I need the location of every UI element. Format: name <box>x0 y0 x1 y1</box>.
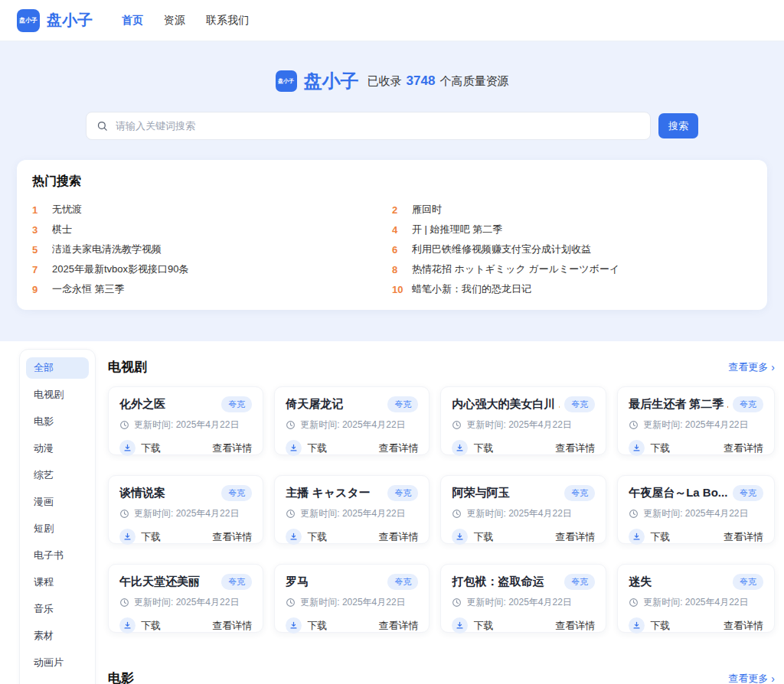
card-update-time: 更新时间: 2025年4月22日 <box>300 596 405 609</box>
clock-icon <box>452 420 462 430</box>
view-detail-link[interactable]: 查看详情 <box>378 441 418 455</box>
download-icon <box>452 529 468 545</box>
view-more-label: 查看更多 <box>728 672 768 684</box>
hot-search-item[interactable]: 8 热情花招 ホットギミック ガールミーツボーイ <box>392 259 752 279</box>
sidebar-item-素材[interactable]: 素材 <box>26 625 89 647</box>
hot-search-item[interactable]: 6 利用巴铁维修视频赚支付宝分成计划收益 <box>392 239 752 259</box>
sidebar-item-综艺[interactable]: 综艺 <box>26 464 89 486</box>
sidebar-item-电子书[interactable]: 电子书 <box>26 545 89 566</box>
download-button[interactable]: 下载 <box>629 529 670 545</box>
download-label: 下载 <box>141 441 161 455</box>
hot-search-item[interactable]: 2 雁回时 <box>392 200 752 220</box>
clock-icon <box>629 420 639 430</box>
view-detail-link[interactable]: 查看详情 <box>212 530 252 544</box>
resource-card[interactable]: 内心强大的美女白川 ... 夸克 更新时间: 2025年4月22日 <box>440 386 606 455</box>
download-button[interactable]: 下载 <box>119 529 161 545</box>
card-update-row: 更新时间: 2025年4月22日 <box>452 507 595 520</box>
view-more-link[interactable]: 查看更多 › <box>728 360 775 374</box>
download-button[interactable]: 下载 <box>629 617 670 634</box>
view-detail-link[interactable]: 查看详情 <box>378 619 418 633</box>
resource-card[interactable]: 最后生还者 第二季 ... 夸克 更新时间: 2025年4月22日 <box>617 386 775 455</box>
download-button[interactable]: 下载 <box>452 440 493 456</box>
hot-search-column-right: 2 雁回时 4 开 | 始推理吧 第二季 6 利用巴铁维修视频赚支付宝分成计划收… <box>392 200 752 299</box>
stats-prefix: 已收录 <box>368 74 402 89</box>
nav-item[interactable]: 资源 <box>164 14 185 28</box>
download-button[interactable]: 下载 <box>452 617 493 634</box>
sidebar-item-电视剧[interactable]: 电视剧 <box>26 384 89 406</box>
resource-card[interactable]: 主播 キャスター 夸克 更新时间: 2025年4月22日 <box>274 475 430 544</box>
hot-search-rank: 5 <box>32 244 52 256</box>
download-label: 下载 <box>473 619 493 633</box>
card-update-row: 更新时间: 2025年4月22日 <box>286 419 418 432</box>
resource-card[interactable]: 谈情说案 夸克 更新时间: 2025年4月22日 <box>108 475 263 544</box>
view-detail-link[interactable]: 查看详情 <box>555 441 595 455</box>
card-actions-row: 下载 查看详情 <box>452 529 595 545</box>
nav-item[interactable]: 首页 <box>122 14 143 28</box>
card-update-row: 更新时间: 2025年4月22日 <box>629 507 763 520</box>
card-title: 迷失 <box>629 575 728 589</box>
hot-search-column-left: 1 无忧渡 3 棋士 5 洁道夫家电清洗教学视频 7 2025年最新tvbox影… <box>32 200 392 299</box>
download-label: 下载 <box>650 530 670 544</box>
search-button[interactable]: 搜索 <box>658 113 698 138</box>
sidebar-item-短剧[interactable]: 短剧 <box>26 518 89 539</box>
resource-card[interactable]: 午比天堂还美丽 夸克 更新时间: 2025年4月22日 <box>108 564 263 633</box>
sidebar-item-软件[interactable]: 软件 <box>26 679 89 684</box>
card-update-time: 更新时间: 2025年4月22日 <box>466 507 571 520</box>
clock-icon <box>452 509 462 519</box>
hot-search-item[interactable]: 1 无忧渡 <box>32 200 392 220</box>
view-detail-link[interactable]: 查看详情 <box>212 619 252 633</box>
view-detail-link[interactable]: 查看详情 <box>724 530 763 544</box>
view-detail-link[interactable]: 查看详情 <box>724 619 763 633</box>
view-detail-link[interactable]: 查看详情 <box>555 619 595 633</box>
view-detail-link[interactable]: 查看详情 <box>212 441 252 455</box>
download-button[interactable]: 下载 <box>119 617 161 634</box>
nav-item[interactable]: 联系我们 <box>206 14 249 28</box>
view-more-link[interactable]: 查看更多 › <box>728 672 775 684</box>
view-detail-link[interactable]: 查看详情 <box>378 530 418 544</box>
hot-search-item[interactable]: 5 洁道夫家电清洗教学视频 <box>32 239 392 259</box>
resource-card[interactable]: 迷失 夸克 更新时间: 2025年4月22日 <box>617 564 775 633</box>
resource-card[interactable]: 阿荣与阿玉 夸克 更新时间: 2025年4月22日 <box>440 475 606 544</box>
download-button[interactable]: 下载 <box>286 529 327 545</box>
card-update-row: 更新时间: 2025年4月22日 <box>286 507 418 520</box>
clock-icon <box>286 509 296 519</box>
hot-search-item[interactable]: 10 蜡笔小新：我们的恐龙日记 <box>392 279 752 299</box>
resource-card[interactable]: 打包袱：盗取命运 夸克 更新时间: 2025年4月22日 <box>440 564 606 633</box>
search-box[interactable] <box>86 112 651 140</box>
resource-card[interactable]: 化外之医 夸克 更新时间: 2025年4月22日 <box>108 386 263 455</box>
card-update-time: 更新时间: 2025年4月22日 <box>134 507 239 520</box>
sidebar-item-漫画[interactable]: 漫画 <box>26 491 89 513</box>
hot-search-text: 洁道夫家电清洗教学视频 <box>52 243 162 256</box>
hot-search-title: 热门搜索 <box>32 174 752 190</box>
section-title: 电影 <box>108 669 134 684</box>
download-button[interactable]: 下载 <box>286 617 327 634</box>
hero-section: 盘小子 盘小子 已收录 3748 个高质量资源 搜索 热门搜索 1 无忧渡 3 … <box>0 41 784 341</box>
chevron-right-icon: › <box>771 673 775 684</box>
sidebar-item-电影[interactable]: 电影 <box>26 411 89 432</box>
sidebar-item-全部[interactable]: 全部 <box>26 357 89 379</box>
resource-card[interactable]: 罗马 夸克 更新时间: 2025年4月22日 <box>274 564 430 633</box>
hot-search-item[interactable]: 3 棋士 <box>32 220 392 239</box>
hot-search-list: 1 无忧渡 3 棋士 5 洁道夫家电清洗教学视频 7 2025年最新tvbox影… <box>32 200 752 299</box>
search-row: 搜索 <box>86 112 698 140</box>
hot-search-item[interactable]: 9 一念永恒 第三季 <box>32 279 392 299</box>
download-button[interactable]: 下载 <box>119 440 161 456</box>
search-input[interactable] <box>114 119 640 132</box>
card-update-time: 更新时间: 2025年4月22日 <box>643 419 748 432</box>
download-button[interactable]: 下载 <box>452 529 493 545</box>
card-update-time: 更新时间: 2025年4月22日 <box>134 419 239 432</box>
stats-suffix: 个高质量资源 <box>439 74 508 89</box>
view-detail-link[interactable]: 查看详情 <box>724 441 763 455</box>
hot-search-text: 一念永恒 第三季 <box>52 282 125 296</box>
sidebar-item-课程[interactable]: 课程 <box>26 572 89 593</box>
hot-search-item[interactable]: 4 开 | 始推理吧 第二季 <box>392 220 752 239</box>
download-button[interactable]: 下载 <box>286 440 327 456</box>
download-button[interactable]: 下载 <box>629 440 670 456</box>
resource-card[interactable]: 倚天屠龙记 夸克 更新时间: 2025年4月22日 <box>274 386 430 455</box>
hot-search-item[interactable]: 7 2025年最新tvbox影视接口90条 <box>32 259 392 279</box>
sidebar-item-动漫[interactable]: 动漫 <box>26 438 89 459</box>
sidebar-item-音乐[interactable]: 音乐 <box>26 598 89 620</box>
sidebar-item-动画片[interactable]: 动画片 <box>26 652 89 673</box>
view-detail-link[interactable]: 查看详情 <box>555 530 595 544</box>
resource-card[interactable]: 午夜屋台～La Bo... 夸克 更新时间: 2025年4月22日 <box>617 475 775 544</box>
